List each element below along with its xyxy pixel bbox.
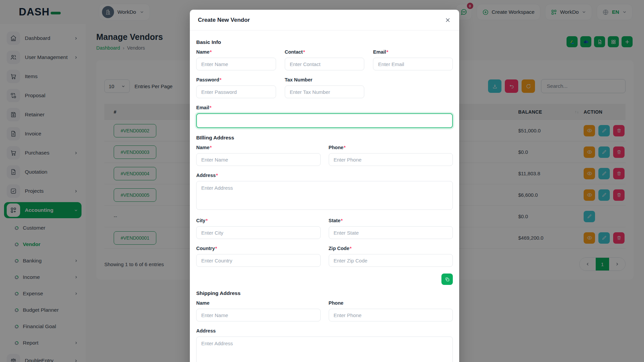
contact-input[interactable] [285, 58, 365, 70]
billing-country-input[interactable] [196, 254, 321, 267]
email-input[interactable] [373, 58, 453, 70]
shipping-address-heading: Shipping Address [196, 290, 453, 296]
field-email: Email* [373, 49, 453, 70]
basic-info-heading: Basic Info [196, 39, 453, 45]
field-billing-name: Name* [196, 145, 321, 166]
close-icon [444, 17, 451, 23]
required-asterisk: * [386, 49, 388, 55]
copy-icon [445, 277, 450, 282]
shipping-phone-input[interactable] [329, 309, 453, 321]
billing-zip-input[interactable] [329, 254, 453, 267]
field-shipping-phone: Phone [329, 300, 453, 321]
field-billing-phone: Phone* [329, 145, 453, 166]
field-billing-address: Address* [196, 173, 453, 211]
close-button[interactable] [444, 17, 451, 23]
billing-address-heading: BIlling Address [196, 135, 453, 141]
field-contact: Contact* [285, 49, 365, 70]
field-password: Password* [196, 77, 276, 98]
field-name: Name* [196, 49, 276, 70]
tax-number-input[interactable] [285, 85, 365, 98]
billing-state-input[interactable] [329, 226, 453, 239]
required-asterisk: * [220, 77, 222, 82]
required-asterisk: * [206, 218, 208, 223]
field-billing-zip: Zip Code* [329, 246, 453, 267]
required-asterisk: * [210, 49, 212, 55]
billing-city-input[interactable] [196, 226, 321, 239]
billing-name-input[interactable] [196, 153, 321, 166]
password-input[interactable] [196, 85, 276, 98]
required-asterisk: * [303, 49, 305, 55]
field-shipping-address: Address [196, 328, 453, 362]
create-vendor-modal: Create New Vendor Basic Info Name* Conta… [190, 10, 459, 362]
required-asterisk: * [210, 145, 212, 150]
login-email-input[interactable] [196, 113, 453, 128]
name-input[interactable] [196, 58, 276, 70]
required-asterisk: * [344, 145, 346, 150]
required-asterisk: * [210, 105, 212, 110]
billing-phone-input[interactable] [329, 153, 453, 166]
field-shipping-name: Name [196, 300, 321, 321]
billing-address-textarea[interactable] [196, 181, 453, 210]
shipping-address-textarea[interactable] [196, 337, 453, 362]
required-asterisk: * [215, 246, 217, 251]
field-login-email: Email* [196, 105, 453, 128]
field-billing-city: City* [196, 218, 321, 239]
field-billing-country: Country* [196, 246, 321, 267]
shipping-name-input[interactable] [196, 309, 321, 321]
field-tax-number: Tax Number [285, 77, 365, 98]
required-asterisk: * [216, 173, 218, 178]
required-asterisk: * [341, 218, 343, 223]
field-billing-state: State* [329, 218, 453, 239]
required-asterisk: * [350, 246, 352, 251]
copy-billing-to-shipping-button[interactable] [441, 274, 453, 285]
modal-title: Create New Vendor [198, 17, 250, 23]
